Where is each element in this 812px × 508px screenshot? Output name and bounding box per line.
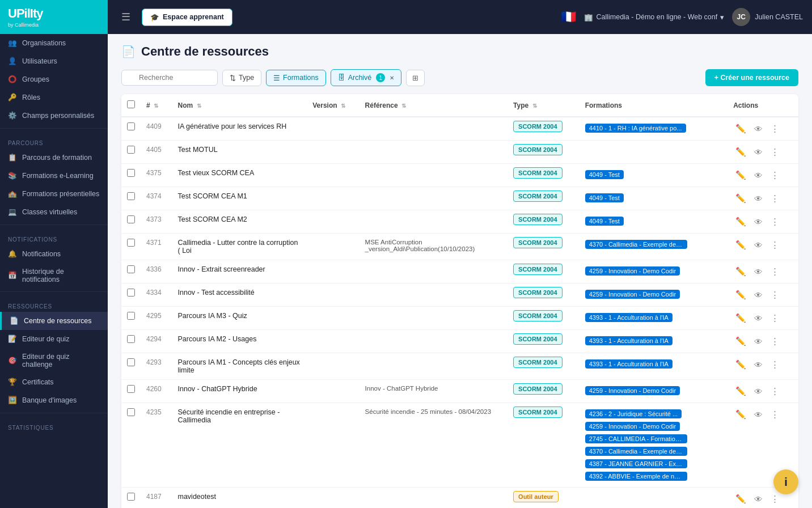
row-version (307, 488, 359, 509)
archived-filter-clear[interactable]: ✕ (390, 75, 394, 81)
topbar-left: ☰ 🎓 Espace apprenant (117, 9, 232, 26)
more-button[interactable]: ⋮ (768, 358, 781, 371)
more-button[interactable]: ⋮ (768, 122, 781, 135)
edit-button[interactable]: ✏️ (733, 265, 748, 278)
sidebar-item-banque-images[interactable]: 🖼️ Banque d'images (0, 391, 108, 409)
view-button[interactable]: 👁 (752, 336, 765, 348)
row-checkbox[interactable] (127, 169, 135, 177)
view-button[interactable]: 👁 (752, 266, 765, 278)
edit-button[interactable]: ✏️ (733, 215, 748, 228)
edit-button[interactable]: ✏️ (733, 385, 748, 397)
search-input[interactable] (121, 70, 218, 86)
row-checkbox[interactable] (127, 312, 135, 320)
row-checkbox[interactable] (127, 408, 135, 416)
row-formations: 4393 - 1 - Acculturation à l'IA (580, 330, 728, 353)
col-id[interactable]: # ⇅ (141, 94, 172, 117)
grid-view-button[interactable]: ⊞ (406, 70, 425, 86)
row-checkbox[interactable] (127, 215, 135, 223)
col-reference[interactable]: Référence ⇅ (360, 94, 508, 117)
select-all-checkbox[interactable] (127, 100, 135, 108)
type-filter-button[interactable]: ⇅ Type (222, 70, 261, 86)
view-button[interactable]: 👁 (752, 312, 765, 324)
more-button[interactable]: ⋮ (768, 335, 781, 348)
edit-button[interactable]: ✏️ (733, 169, 748, 181)
espace-apprenant-button[interactable]: 🎓 Espace apprenant (142, 9, 232, 26)
edit-button[interactable]: ✏️ (733, 408, 748, 421)
sidebar-item-classes-virtuelles[interactable]: 💻 Classes virtuelles (0, 203, 108, 221)
row-checkbox[interactable] (127, 192, 135, 200)
more-button[interactable]: ⋮ (768, 493, 781, 505)
sidebar-item-parcours-formation[interactable]: 📋 Parcours de formation (0, 149, 108, 167)
org-selector[interactable]: 🏢 Callimedia - Démo en ligne - Web conf … (584, 13, 724, 22)
language-flag[interactable]: 🇫🇷 (561, 10, 576, 24)
menu-toggle-button[interactable]: ☰ (117, 9, 135, 26)
more-button[interactable]: ⋮ (768, 192, 781, 205)
sidebar-item-notifications[interactable]: 🔔 Notifications (0, 245, 108, 263)
sidebar-item-utilisateurs[interactable]: 👤 Utilisateurs (0, 52, 108, 70)
sidebar-item-editeur-quiz[interactable]: 📝 Editeur de quiz (0, 330, 108, 348)
view-button[interactable]: 👁 (752, 289, 765, 301)
sidebar: UPilIty by Callimedia 👥 Organisations 👤 … (0, 0, 108, 508)
row-checkbox[interactable] (127, 358, 135, 366)
sidebar-item-centre-ressources[interactable]: 📄 Centre de ressources (0, 312, 108, 330)
col-version[interactable]: Version ⇅ (307, 94, 359, 117)
col-type[interactable]: Type ⇅ (508, 94, 580, 117)
edit-button[interactable]: ✏️ (733, 289, 748, 301)
view-button[interactable]: 👁 (752, 359, 765, 371)
create-resource-button[interactable]: + Créer une ressource (705, 69, 798, 86)
sidebar-item-formations-presentielles[interactable]: 🏫 Formations présentielles (0, 185, 108, 203)
row-checkbox[interactable] (127, 493, 135, 501)
view-button[interactable]: 👁 (752, 193, 765, 205)
edit-button[interactable]: ✏️ (733, 146, 748, 158)
sidebar-item-champs[interactable]: ⚙️ Champs personnalisés (0, 107, 108, 125)
view-button[interactable]: 👁 (752, 170, 765, 181)
edit-button[interactable]: ✏️ (733, 358, 748, 371)
more-button[interactable]: ⋮ (768, 169, 781, 181)
sidebar-item-certificats[interactable]: 🏆 Certificats (0, 373, 108, 391)
row-version (307, 164, 359, 187)
user-menu[interactable]: JC Julien CASTEL (732, 8, 803, 26)
more-button[interactable]: ⋮ (768, 215, 781, 228)
formations-filter-button[interactable]: ☰ Formations (266, 70, 326, 86)
sidebar-item-label: Organisations (22, 39, 66, 47)
sidebar-item-groupes[interactable]: ⭕ Groupes (0, 70, 108, 88)
view-button[interactable]: 👁 (752, 216, 765, 228)
more-button[interactable]: ⋮ (768, 239, 781, 251)
sidebar-item-formations-elearning[interactable]: 📚 Formations e-Learning (0, 167, 108, 185)
row-checkbox[interactable] (127, 335, 135, 343)
row-checkbox[interactable] (127, 239, 135, 247)
formation-tag: 4370 - Callimedia - Exemple de n... (585, 240, 687, 249)
row-checkbox[interactable] (127, 265, 135, 273)
archived-filter-button[interactable]: 🗄 Archivé 1 ✕ (331, 69, 402, 86)
row-checkbox[interactable] (127, 289, 135, 297)
help-bubble[interactable]: i (773, 469, 798, 494)
sidebar-item-roles[interactable]: 🔑 Rôles (0, 88, 108, 107)
more-button[interactable]: ⋮ (768, 312, 781, 324)
edit-button[interactable]: ✏️ (733, 192, 748, 205)
edit-button[interactable]: ✏️ (733, 239, 748, 251)
edit-button[interactable]: ✏️ (733, 335, 748, 348)
edit-button[interactable]: ✏️ (733, 493, 748, 505)
sidebar-item-editeur-quiz-challenge[interactable]: 🎯 Editeur de quiz challenge (0, 348, 108, 373)
view-button[interactable]: 👁 (752, 146, 765, 158)
edit-button[interactable]: ✏️ (733, 312, 748, 324)
more-button[interactable]: ⋮ (768, 289, 781, 301)
row-checkbox[interactable] (127, 146, 135, 154)
view-button[interactable]: 👁 (752, 493, 765, 505)
view-button[interactable]: 👁 (752, 386, 765, 397)
user-name: Julien CASTEL (755, 13, 803, 21)
more-button[interactable]: ⋮ (768, 408, 781, 421)
more-button[interactable]: ⋮ (768, 265, 781, 278)
more-button[interactable]: ⋮ (768, 385, 781, 397)
row-checkbox[interactable] (127, 122, 135, 130)
sidebar-item-historique-notif[interactable]: 📅 Historique de notifications (0, 263, 108, 288)
col-nom[interactable]: Nom ⇅ (172, 94, 307, 117)
edit-button[interactable]: ✏️ (733, 122, 748, 135)
view-button[interactable]: 👁 (752, 239, 765, 251)
row-checkbox[interactable] (127, 385, 135, 393)
view-button[interactable]: 👁 (752, 123, 765, 135)
more-button[interactable]: ⋮ (768, 146, 781, 158)
view-button[interactable]: 👁 (752, 409, 765, 421)
sidebar-item-organisations[interactable]: 👥 Organisations (0, 34, 108, 52)
filter-icon: ⇅ (230, 74, 236, 82)
